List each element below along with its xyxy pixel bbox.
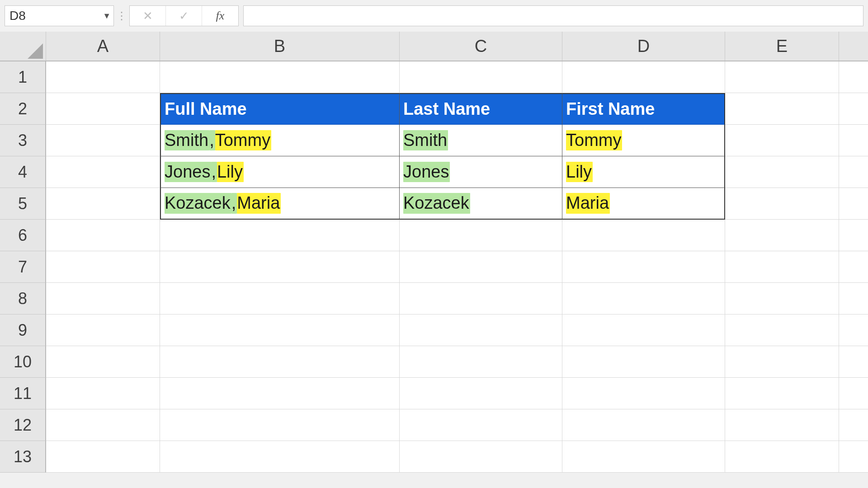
chevron-down-icon[interactable]: ▼ [103, 11, 111, 21]
cell-F3[interactable] [839, 125, 868, 156]
row-header-3[interactable]: 3 [0, 125, 46, 156]
cell-D6[interactable] [562, 220, 725, 251]
cell-B11[interactable] [160, 378, 400, 409]
cell-F6[interactable] [839, 220, 868, 251]
cell-C11[interactable] [400, 378, 562, 409]
cell-D5[interactable]: Maria [562, 188, 725, 220]
cell-A11[interactable] [46, 378, 160, 409]
cell-C5[interactable]: Kozacek [400, 188, 562, 220]
column-header-C[interactable]: C [400, 32, 562, 61]
cell-B6[interactable] [160, 220, 400, 251]
cell-F9[interactable] [839, 314, 868, 346]
cell-B8[interactable] [160, 283, 400, 314]
cell-A2[interactable] [46, 93, 160, 125]
cell-F1[interactable] [839, 61, 868, 93]
column-header-B[interactable]: B [160, 32, 400, 61]
column-header-F[interactable] [839, 32, 868, 61]
cell-D9[interactable] [562, 314, 725, 346]
cell-B13[interactable] [160, 441, 400, 473]
cell-C7[interactable] [400, 251, 562, 283]
cell-B5[interactable]: Kozacek, Maria [160, 188, 400, 220]
cell-E12[interactable] [725, 409, 839, 441]
cell-A5[interactable] [46, 188, 160, 220]
cell-F10[interactable] [839, 346, 868, 378]
cell-E7[interactable] [725, 251, 839, 283]
cell-E9[interactable] [725, 314, 839, 346]
row-header-6[interactable]: 6 [0, 220, 46, 251]
cell-F4[interactable] [839, 156, 868, 188]
cell-A10[interactable] [46, 346, 160, 378]
column-header-A[interactable]: A [46, 32, 160, 61]
cell-F12[interactable] [839, 409, 868, 441]
cell-F2[interactable] [839, 93, 868, 125]
cell-D2[interactable]: First Name [562, 93, 725, 125]
cell-C9[interactable] [400, 314, 562, 346]
cell-D10[interactable] [562, 346, 725, 378]
cell-A3[interactable] [46, 125, 160, 156]
row-header-4[interactable]: 4 [0, 156, 46, 188]
row-header-1[interactable]: 1 [0, 61, 46, 93]
cell-C12[interactable] [400, 409, 562, 441]
cell-A6[interactable] [46, 220, 160, 251]
select-all-corner[interactable] [0, 32, 46, 61]
enter-button[interactable]: ✓ [166, 6, 202, 26]
cell-E10[interactable] [725, 346, 839, 378]
cell-F5[interactable] [839, 188, 868, 220]
cell-F13[interactable] [839, 441, 868, 473]
cancel-button[interactable]: ✕ [130, 6, 166, 26]
row-header-8[interactable]: 8 [0, 283, 46, 314]
cell-A7[interactable] [46, 251, 160, 283]
cell-D4[interactable]: Lily [562, 156, 725, 188]
column-header-E[interactable]: E [725, 32, 839, 61]
fx-button[interactable]: fx [202, 6, 238, 26]
cell-D12[interactable] [562, 409, 725, 441]
cell-E6[interactable] [725, 220, 839, 251]
cell-A12[interactable] [46, 409, 160, 441]
row-header-2[interactable]: 2 [0, 93, 46, 125]
name-box[interactable]: D8 ▼ [5, 5, 114, 26]
cell-E1[interactable] [725, 61, 839, 93]
cell-E3[interactable] [725, 125, 839, 156]
cell-B4[interactable]: Jones, Lily [160, 156, 400, 188]
cell-B12[interactable] [160, 409, 400, 441]
cell-E2[interactable] [725, 93, 839, 125]
cell-C8[interactable] [400, 283, 562, 314]
cell-D3[interactable]: Tommy [562, 125, 725, 156]
cell-C1[interactable] [400, 61, 562, 93]
cell-E4[interactable] [725, 156, 839, 188]
cell-F8[interactable] [839, 283, 868, 314]
cell-F7[interactable] [839, 251, 868, 283]
row-header-9[interactable]: 9 [0, 314, 46, 346]
cell-B7[interactable] [160, 251, 400, 283]
cell-A4[interactable] [46, 156, 160, 188]
cell-B3[interactable]: Smith, Tommy [160, 125, 400, 156]
cell-A1[interactable] [46, 61, 160, 93]
cell-F11[interactable] [839, 378, 868, 409]
cell-D11[interactable] [562, 378, 725, 409]
cell-C6[interactable] [400, 220, 562, 251]
cell-A13[interactable] [46, 441, 160, 473]
cell-B1[interactable] [160, 61, 400, 93]
cell-B10[interactable] [160, 346, 400, 378]
cell-B2[interactable]: Full Name [160, 93, 400, 125]
formula-input[interactable] [243, 5, 863, 26]
cell-E5[interactable] [725, 188, 839, 220]
row-header-12[interactable]: 12 [0, 409, 46, 441]
cell-D13[interactable] [562, 441, 725, 473]
cell-D8[interactable] [562, 283, 725, 314]
cell-C10[interactable] [400, 346, 562, 378]
cell-D7[interactable] [562, 251, 725, 283]
cell-E11[interactable] [725, 378, 839, 409]
row-header-5[interactable]: 5 [0, 188, 46, 220]
row-header-10[interactable]: 10 [0, 346, 46, 378]
row-header-7[interactable]: 7 [0, 251, 46, 283]
cell-C3[interactable]: Smith [400, 125, 562, 156]
cell-C2[interactable]: Last Name [400, 93, 562, 125]
row-header-11[interactable]: 11 [0, 378, 46, 409]
cell-E8[interactable] [725, 283, 839, 314]
cell-C13[interactable] [400, 441, 562, 473]
cell-D1[interactable] [562, 61, 725, 93]
cell-A9[interactable] [46, 314, 160, 346]
cell-E13[interactable] [725, 441, 839, 473]
cell-B9[interactable] [160, 314, 400, 346]
